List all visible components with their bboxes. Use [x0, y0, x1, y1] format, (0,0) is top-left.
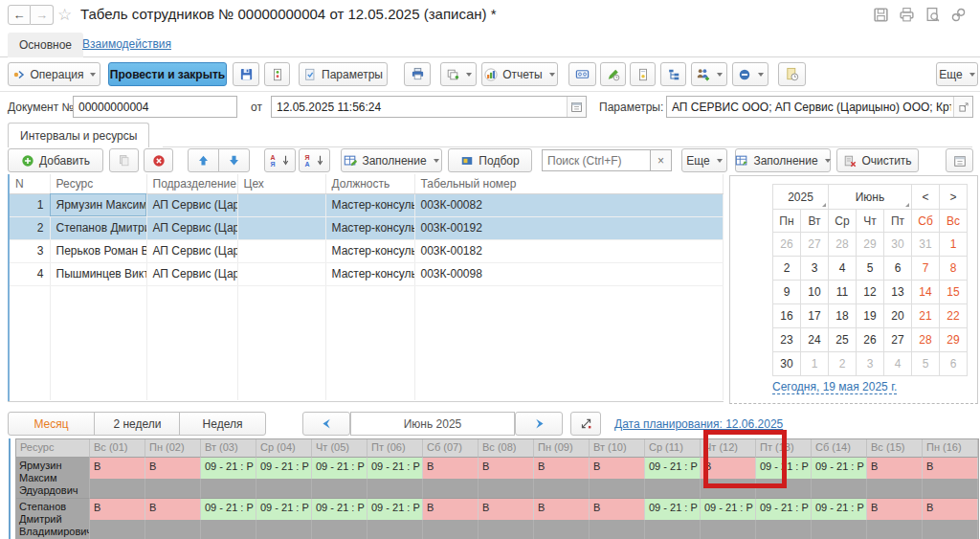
open-icon[interactable]: [953, 97, 972, 117]
link-icon[interactable]: [950, 7, 967, 23]
calendar-day[interactable]: 5: [857, 257, 884, 281]
calendar-day[interactable]: 3: [857, 352, 884, 376]
day-off-cell[interactable]: В: [923, 458, 978, 479]
day-off-cell[interactable]: В: [923, 499, 978, 520]
registers-button[interactable]: [568, 62, 596, 86]
save-icon[interactable]: [873, 7, 889, 23]
column-header[interactable]: Ресурс: [50, 174, 146, 193]
table-cell[interactable]: Мастер-консультант: [325, 193, 414, 216]
calendar-day[interactable]: 15: [940, 281, 968, 304]
calendar-day[interactable]: 14: [912, 281, 940, 304]
table-cell[interactable]: 003К-00182: [414, 239, 724, 262]
calendar-day[interactable]: 27: [884, 328, 912, 352]
table-row[interactable]: 1Ярмузин Максим Эду...АП Сервис (Царицын…: [10, 193, 724, 216]
calendar-day[interactable]: 19: [857, 304, 884, 328]
calendar-month-select[interactable]: Июнь: [829, 185, 912, 210]
tab-interactions[interactable]: Взаимодействия: [82, 37, 171, 51]
calendar-day[interactable]: 5: [912, 352, 940, 376]
day-off-cell[interactable]: В: [145, 499, 201, 520]
day-off-cell[interactable]: В: [534, 458, 590, 479]
scale-button[interactable]: [570, 412, 601, 436]
calendar-day[interactable]: 6: [940, 352, 968, 376]
clear-button[interactable]: Очистить: [836, 148, 919, 172]
shift-cell[interactable]: 09 - 21 : Р: [312, 458, 368, 479]
table-cell[interactable]: [237, 193, 325, 216]
calendar-day[interactable]: 21: [912, 304, 940, 328]
save-button[interactable]: [233, 62, 259, 86]
sort-asc-button[interactable]: АЯ: [264, 148, 296, 172]
table-cell[interactable]: [237, 216, 325, 239]
preview-icon[interactable]: [924, 7, 941, 23]
table-row[interactable]: 2Степанов Дмитрий Вл...АП Сервис (Царицы…: [10, 216, 724, 239]
table-header-row[interactable]: NРесурсПодразделение компа...ЦехДолжност…: [10, 174, 724, 193]
pick-button[interactable]: Подбор: [448, 148, 532, 172]
parameters-button[interactable]: Параметры: [299, 62, 388, 86]
table-cell[interactable]: АП Сервис (Царицын...: [146, 239, 237, 262]
table-cell[interactable]: Пышминцев Виктор А...: [50, 262, 146, 285]
employee-name-cell[interactable]: Ярмузин Максим Эдуардович: [16, 458, 90, 499]
back-button[interactable]: ←: [8, 5, 31, 25]
search-input[interactable]: [542, 149, 651, 171]
calendar-next-button[interactable]: >: [940, 185, 968, 210]
delete-button[interactable]: [144, 148, 173, 172]
calendar-day[interactable]: 10: [801, 281, 829, 304]
history-button[interactable]: [778, 62, 806, 86]
assign-users-button[interactable]: [691, 62, 727, 86]
calendar-icon[interactable]: [567, 97, 586, 117]
day-off-cell[interactable]: В: [423, 499, 479, 520]
table-cell[interactable]: АП Сервис (Царицын...: [146, 216, 237, 239]
shift-cell[interactable]: 09 - 21 : Р: [368, 499, 423, 520]
calendar-day[interactable]: 16: [773, 304, 801, 328]
favorite-star-icon[interactable]: ☆: [57, 5, 72, 25]
print-icon[interactable]: [899, 7, 915, 23]
table-cell[interactable]: 3: [10, 239, 50, 262]
shift-cell[interactable]: 09 - 21 : Р: [201, 458, 256, 479]
day-off-cell[interactable]: В: [90, 499, 145, 520]
copy-button[interactable]: [109, 148, 139, 172]
calendar-day[interactable]: 17: [801, 304, 829, 328]
calendar-day[interactable]: 29: [940, 328, 968, 352]
calendar-day[interactable]: 28: [829, 233, 857, 257]
shift-cell[interactable]: 09 - 21 : Р: [256, 458, 312, 479]
table-cell[interactable]: 003К-00082: [414, 193, 724, 216]
day-off-cell[interactable]: В: [867, 499, 923, 520]
fill-schedule-button[interactable]: Заполнение: [735, 148, 831, 172]
forward-button[interactable]: →: [31, 5, 54, 25]
calendar-prev-button[interactable]: <: [912, 185, 940, 210]
table-cell[interactable]: 2: [10, 216, 50, 239]
calendar-day[interactable]: 2: [773, 257, 801, 281]
day-off-cell[interactable]: В: [145, 458, 201, 479]
calendar-day[interactable]: 29: [857, 233, 884, 257]
column-header[interactable]: N: [10, 174, 50, 193]
calendar-day[interactable]: 30: [884, 233, 912, 257]
shift-cell[interactable]: 09 - 21 : Р: [201, 499, 256, 520]
day-off-cell[interactable]: В: [590, 458, 645, 479]
calendar-day[interactable]: 23: [773, 328, 801, 352]
day-off-cell[interactable]: В: [590, 499, 645, 520]
table-cell[interactable]: 003К-00192: [414, 216, 724, 239]
column-header[interactable]: Цех: [237, 174, 325, 193]
shift-cell[interactable]: 09 - 21 : Р: [812, 458, 867, 479]
doc-date-field[interactable]: [271, 96, 587, 118]
calendar-day[interactable]: 20: [884, 304, 912, 328]
day-off-cell[interactable]: В: [534, 499, 590, 520]
day-off-cell[interactable]: В: [479, 499, 534, 520]
search-clear-button[interactable]: ×: [651, 149, 672, 171]
day-off-cell[interactable]: В: [867, 458, 923, 479]
calendar-day[interactable]: 31: [912, 233, 940, 257]
sort-desc-button[interactable]: ЯА: [299, 148, 330, 172]
calendar-year-select[interactable]: 2025: [773, 185, 829, 210]
column-header[interactable]: Табельный номер: [414, 174, 724, 193]
table-row[interactable]: 4Пышминцев Виктор А...АП Сервис (Царицын…: [10, 262, 724, 285]
shift-cell[interactable]: 09 - 21 : Р: [368, 458, 423, 479]
shift-cell[interactable]: 09 - 21 : Р: [645, 458, 701, 479]
calendar-day[interactable]: 26: [773, 233, 801, 257]
calendar-day[interactable]: 12: [857, 281, 884, 304]
table-cell[interactable]: АП Сервис (Царицын...: [146, 193, 237, 216]
calendar-day[interactable]: 24: [801, 328, 829, 352]
table-cell[interactable]: Мастер-консультант: [325, 262, 414, 285]
calendar-day[interactable]: 7: [912, 257, 940, 281]
calendar-day[interactable]: 4: [884, 352, 912, 376]
shift-cell[interactable]: 09 - 21 : Р: [701, 499, 756, 520]
doc-number-field[interactable]: [73, 96, 237, 118]
